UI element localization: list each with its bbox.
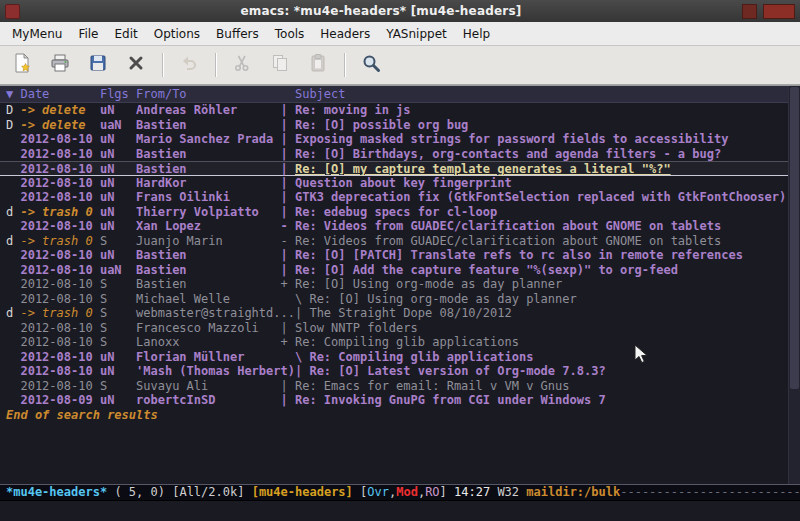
menu-help[interactable]: Help [455,24,498,44]
modeline-segment-time: 14:27 [454,485,490,499]
menu-buffers[interactable]: Buffers [208,24,267,44]
thread-indicator: | [281,321,295,335]
thread-indicator: \ [281,350,310,364]
menu-options[interactable]: Options [146,24,208,44]
message-row[interactable]: 2012-08-10uaNBastien| Re: [O] Add the ca… [0,263,800,278]
kill-buffer-button[interactable] [122,51,150,79]
modeline-segment-ro: RO [425,485,439,499]
message-flags: S [100,292,136,307]
close-button[interactable] [763,4,795,19]
message-row[interactable]: D-> deleteuaNBastien| Re: [O] possible o… [0,118,800,133]
modeline-segment-plain: ] [440,485,454,499]
print-button[interactable] [46,51,74,79]
menu-file[interactable]: File [70,24,106,44]
modeline-segment-plain: [ [353,485,367,499]
message-flags: uN [100,364,136,379]
buffer-empty-space [0,422,800,484]
echo-area[interactable] [0,501,800,521]
message-flags: S [100,335,136,350]
message-flags: S [100,306,136,321]
message-from: Andreas Röhler [136,103,280,118]
sort-direction-icon: ▼ [6,86,20,102]
window-controls [742,4,795,19]
message-from: HardKor [136,176,280,191]
message-row[interactable]: 2012-08-10uNHardKor| Question about key … [0,176,800,191]
message-subject: Exposing masked strings for password fie… [295,132,728,146]
column-header-subject[interactable]: Subject [295,87,346,101]
message-row[interactable]: d-> trash 0SJuanjo Marin- Re: Videos fro… [0,234,800,249]
message-date: 2012-08-10 [20,292,99,307]
message-row[interactable]: 2012-08-10SBastien+ Re: [O] Using org-mo… [0,277,800,292]
thread-indicator: - [281,219,295,233]
menu-tools[interactable]: Tools [267,24,313,44]
menu-edit[interactable]: Edit [107,24,146,44]
message-mark: D [6,103,20,118]
message-from: Michael Welle [136,292,280,307]
modeline-segment-dashes: ----------------------------------------… [620,485,800,499]
menu-mymenu[interactable]: MyMenu [4,24,70,44]
message-row[interactable]: 2012-08-10SFrancesco Mazzoli| Slow NNTP … [0,321,800,336]
message-flags: uN [100,147,136,162]
message-date: 2012-08-10 [20,248,99,263]
menu-yasnippet[interactable]: YASnippet [378,24,455,44]
message-row[interactable]: 2012-08-10uNFlorian Müllner \ Re: Compil… [0,350,800,365]
message-row[interactable]: D-> deleteuNAndreas Röhler| Re: moving i… [0,103,800,118]
message-row[interactable]: 2012-08-10uN'Mash (Thomas Herbert)| Re: … [0,364,800,379]
message-row[interactable]: 2012-08-10uNMario Sanchez Prada| Exposin… [0,132,800,147]
message-from: Bastien [136,277,280,292]
minimize-button[interactable] [742,4,757,19]
message-subject: Re: [O] Using org-mode as day planner [295,277,562,291]
message-date: 2012-08-10 [20,364,99,379]
menu-headers[interactable]: Headers [312,24,378,44]
message-row[interactable]: 2012-08-10SSuvayu Ali| Re: Emacs for ema… [0,379,800,394]
headers-header-line: ▼DateFlgsFrom/To Subject [0,86,800,103]
message-subject: Re: Emacs for email: Rmail v VM v Gnus [295,379,570,393]
message-row[interactable]: 2012-08-10uNBastien| Re: [O] Birthdays, … [0,147,800,162]
thread-indicator: | [281,263,295,277]
message-date: 2012-08-10 [20,263,99,278]
message-row[interactable]: 2012-08-10uNFrans Oilinki| GTK3 deprecat… [0,190,800,205]
paste-button [304,51,332,79]
message-from: robertcInSD [136,393,280,408]
mode-line: *mu4e-headers* ( 5, 0) [All/2.0k] [mu4e-… [0,484,800,501]
message-date: 2012-08-10 [20,219,99,234]
message-row[interactable]: d-> trash 0uNThierry Volpiatto| Re: edeb… [0,205,800,220]
print-icon [50,53,70,77]
search-button[interactable] [357,51,385,79]
undo-arrow-icon [179,53,199,77]
message-subject: Question about key fingerprint [295,176,512,190]
new-file-button[interactable] [8,51,36,79]
save-button[interactable] [84,51,112,79]
thread-indicator: \ [281,292,310,306]
thread-indicator: + [281,335,295,349]
message-row-current[interactable]: 2012-08-10uNBastien| Re: [O] my capture … [0,161,800,176]
message-subject: Re: [O] Add the capture feature "%(sexp)… [295,263,678,277]
message-row[interactable]: 2012-08-10uNXan Lopez- Re: Videos from G… [0,219,800,234]
message-row[interactable]: 2012-08-10SLanoxx+ Re: Compiling glib ap… [0,335,800,350]
column-header-date[interactable]: Date [20,86,99,102]
thread-indicator: | [281,162,295,176]
message-flags: uN [100,393,136,408]
message-flags: uN [100,350,136,365]
thread-indicator: | [281,103,295,117]
modeline-segment-mod: Mod [396,485,418,499]
column-header-flags[interactable]: Flgs [100,86,136,102]
window-menu-icon[interactable] [5,4,20,19]
column-header-from[interactable]: From/To [136,86,280,102]
thread-indicator: | [295,364,309,378]
message-row[interactable]: d-> trash 0Swebmaster@straightd...| The … [0,306,800,321]
message-row[interactable]: 2012-08-10SMichael Welle \ Re: [O] Using… [0,292,800,307]
scrollbar-thumb[interactable] [790,87,799,389]
title-bar[interactable]: emacs: *mu4e-headers* [mu4e-headers] [0,0,800,22]
message-flags: uN [100,248,136,263]
message-row[interactable]: 2012-08-10uNBastien| Re: [O] [PATCH] Tra… [0,248,800,263]
toolbar-separator [215,53,216,77]
message-from: Bastien [136,248,280,263]
message-from: Bastien [136,118,280,133]
message-subject: Re: moving in js [295,103,411,117]
end-of-results-text: End of search results [0,408,800,423]
scrollbar-track[interactable] [788,86,800,484]
message-subject: Slow NNTP folders [295,321,418,335]
message-row[interactable]: 2012-08-09uNrobertcInSD| Re: Invoking Gn… [0,393,800,408]
message-subject: Re: Compiling glib applications [309,350,533,364]
